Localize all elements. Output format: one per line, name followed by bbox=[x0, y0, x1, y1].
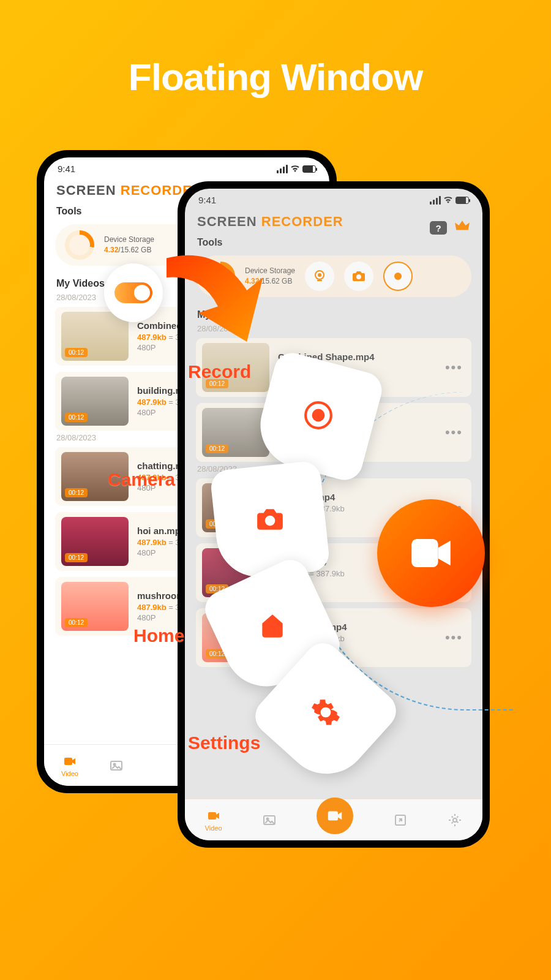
nav-settings[interactable] bbox=[448, 813, 462, 827]
svg-rect-0 bbox=[64, 758, 72, 765]
storage-title: Device Storage bbox=[104, 235, 154, 245]
battery-icon bbox=[302, 165, 316, 173]
video-thumbnail: 00:12 bbox=[61, 312, 129, 361]
camera-label: Camera bbox=[108, 469, 175, 490]
svg-rect-9 bbox=[328, 811, 338, 820]
signal-icon bbox=[430, 196, 441, 205]
svg-point-4 bbox=[318, 273, 321, 277]
float-main-button[interactable] bbox=[377, 499, 485, 607]
nav-video[interactable]: Video bbox=[61, 754, 78, 777]
webcam-tool-button[interactable] bbox=[305, 262, 334, 291]
videos-header: My Videos bbox=[185, 301, 482, 322]
status-bar: 9:41 bbox=[185, 189, 482, 208]
tools-label: Tools bbox=[185, 232, 482, 252]
settings-label: Settings bbox=[188, 733, 260, 753]
nav-gallery[interactable] bbox=[262, 813, 277, 827]
clock-time: 9:41 bbox=[58, 164, 75, 174]
svg-rect-6 bbox=[208, 812, 216, 820]
more-icon[interactable]: ••• bbox=[445, 630, 463, 646]
status-bar: 9:41 bbox=[44, 157, 329, 176]
floating-toggle[interactable] bbox=[104, 263, 163, 322]
video-thumbnail: 00:12 bbox=[61, 377, 129, 426]
more-icon[interactable]: ••• bbox=[445, 360, 463, 375]
camera-tool-button[interactable] bbox=[344, 262, 373, 291]
nav-video[interactable]: Video bbox=[205, 809, 222, 832]
storage-ring-icon bbox=[206, 262, 235, 291]
svg-rect-14 bbox=[411, 539, 438, 567]
nav-record-button[interactable] bbox=[317, 797, 353, 834]
signal-icon bbox=[277, 165, 288, 173]
storage-ring-icon bbox=[65, 230, 94, 260]
tools-row: Device Storage 4.32/15.62 GB bbox=[196, 255, 471, 297]
float-camera-button[interactable] bbox=[209, 460, 331, 581]
record-tool-button[interactable] bbox=[383, 262, 413, 291]
record-label: Record bbox=[188, 361, 251, 382]
svg-point-5 bbox=[394, 273, 402, 280]
wifi-icon bbox=[290, 164, 300, 174]
svg-point-11 bbox=[453, 818, 457, 822]
hero-title: Floating Window bbox=[0, 0, 551, 99]
nav-edit[interactable] bbox=[393, 813, 408, 827]
nav-gallery[interactable] bbox=[109, 758, 124, 773]
battery-icon bbox=[455, 197, 469, 204]
home-label: Home bbox=[133, 625, 184, 646]
toggle-switch-on[interactable] bbox=[114, 282, 152, 303]
svg-point-13 bbox=[312, 409, 325, 422]
bottom-nav: Video bbox=[185, 799, 482, 840]
more-icon[interactable]: ••• bbox=[445, 424, 463, 440]
wifi-icon bbox=[443, 195, 453, 205]
